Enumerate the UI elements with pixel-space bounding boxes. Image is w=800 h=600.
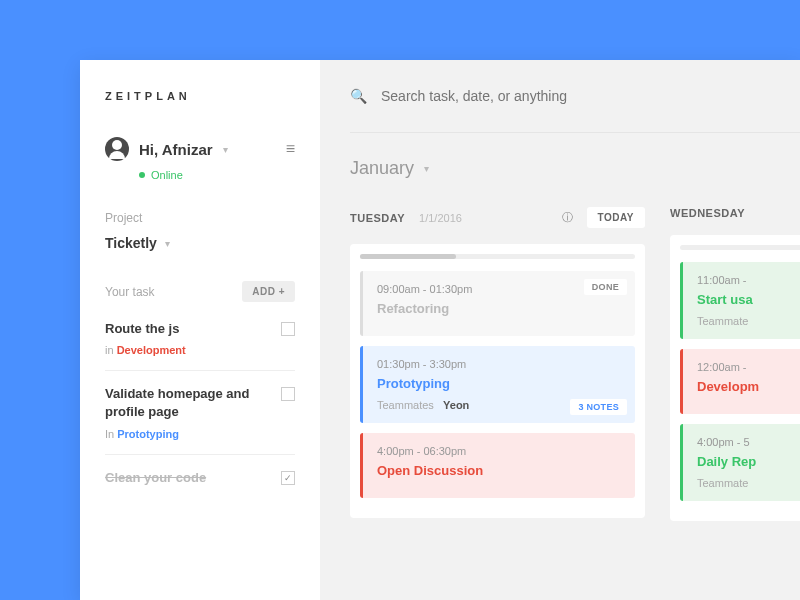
day-card: 11:00am - Start usa Teammate 12:00am - D…	[670, 235, 800, 521]
task-category: Development	[117, 344, 186, 356]
task-item[interactable]: Clean your code ✓	[105, 469, 295, 507]
event-title: Refactoring	[377, 301, 621, 316]
event-time: 4:00pm - 5	[697, 436, 800, 448]
day-header: TUESDAY 1/1/2016 ⓘ TODAY	[350, 207, 645, 228]
project-name: Ticketly	[105, 235, 157, 251]
task-checkbox[interactable]: ✓	[281, 471, 295, 485]
task-checkbox[interactable]	[281, 387, 295, 401]
event-time: 12:00am -	[697, 361, 800, 373]
month-selector[interactable]: January ▾	[350, 158, 800, 179]
task-meta: In Prototyping	[105, 428, 281, 440]
today-button[interactable]: TODAY	[587, 207, 645, 228]
month-label: January	[350, 158, 414, 179]
task-title: Route the js	[105, 320, 186, 338]
days-container: TUESDAY 1/1/2016 ⓘ TODAY 09:00am - 01:30…	[350, 207, 800, 521]
notes-badge[interactable]: 3 NOTES	[570, 399, 627, 415]
user-row[interactable]: Hi, Afnizar ▾ ≡	[105, 137, 295, 161]
task-checkbox[interactable]	[281, 322, 295, 336]
project-label: Project	[105, 211, 295, 225]
event-time: 4:00pm - 06:30pm	[377, 445, 621, 457]
day-name: TUESDAY	[350, 212, 405, 224]
day-name: WEDNESDAY	[670, 207, 745, 219]
day-header: WEDNESDAY	[670, 207, 800, 219]
tasks-label: Your task	[105, 285, 155, 299]
greeting: Hi, Afnizar	[139, 141, 213, 158]
status-dot-icon	[139, 172, 145, 178]
event-team: Teammate	[697, 477, 800, 489]
task-item[interactable]: Validate homepage and profile page In Pr…	[105, 385, 295, 454]
task-title: Validate homepage and profile page	[105, 385, 281, 421]
event-team: Teammate	[697, 315, 800, 327]
search-input[interactable]	[381, 88, 681, 104]
project-selector[interactable]: Ticketly ▾	[105, 235, 295, 251]
event-title: Daily Rep	[697, 454, 800, 469]
info-icon[interactable]: ⓘ	[562, 210, 573, 225]
divider	[350, 132, 800, 133]
event-card[interactable]: 12:00am - Developm	[680, 349, 800, 414]
status: Online	[139, 169, 295, 181]
avatar	[105, 137, 129, 161]
event-card[interactable]: 11:00am - Start usa Teammate	[680, 262, 800, 339]
event-title: Developm	[697, 379, 800, 394]
event-title: Start usa	[697, 292, 800, 307]
chevron-down-icon: ▾	[165, 238, 170, 249]
event-title: Open Discussion	[377, 463, 621, 478]
main-area: 🔍 January ▾ TUESDAY 1/1/2016 ⓘ TODAY 09:…	[320, 60, 800, 600]
done-badge: DONE	[584, 279, 627, 295]
event-card[interactable]: 4:00pm - 5 Daily Rep Teammate	[680, 424, 800, 501]
task-category: Prototyping	[117, 428, 179, 440]
event-time: 01:30pm - 3:30pm	[377, 358, 621, 370]
logo: ZEITPLAN	[105, 90, 295, 102]
task-meta: in Development	[105, 344, 186, 356]
add-task-button[interactable]: ADD +	[242, 281, 295, 302]
event-time: 11:00am -	[697, 274, 800, 286]
event-title: Prototyping	[377, 376, 621, 391]
app-window: ZEITPLAN Hi, Afnizar ▾ ≡ Online Project …	[80, 60, 800, 600]
chevron-down-icon[interactable]: ▾	[223, 144, 228, 155]
chevron-down-icon: ▾	[424, 163, 429, 174]
search-row: 🔍	[350, 88, 800, 104]
menu-icon[interactable]: ≡	[286, 140, 295, 158]
event-card[interactable]: 4:00pm - 06:30pm Open Discussion	[360, 433, 635, 498]
search-icon[interactable]: 🔍	[350, 88, 367, 104]
sidebar: ZEITPLAN Hi, Afnizar ▾ ≡ Online Project …	[80, 60, 320, 600]
progress-bar	[360, 254, 635, 259]
day-column: WEDNESDAY 11:00am - Start usa Teammate 1…	[670, 207, 800, 521]
status-text: Online	[151, 169, 183, 181]
day-card: 09:00am - 01:30pm Refactoring DONE 01:30…	[350, 244, 645, 518]
task-item[interactable]: Route the js in Development	[105, 320, 295, 371]
day-column: TUESDAY 1/1/2016 ⓘ TODAY 09:00am - 01:30…	[350, 207, 645, 521]
event-card[interactable]: 01:30pm - 3:30pm Prototyping Teammates Y…	[360, 346, 635, 423]
event-card[interactable]: 09:00am - 01:30pm Refactoring DONE	[360, 271, 635, 336]
task-title: Clean your code	[105, 469, 206, 487]
task-header: Your task ADD +	[105, 281, 295, 302]
progress-bar	[680, 245, 800, 250]
day-date: 1/1/2016	[419, 212, 462, 224]
